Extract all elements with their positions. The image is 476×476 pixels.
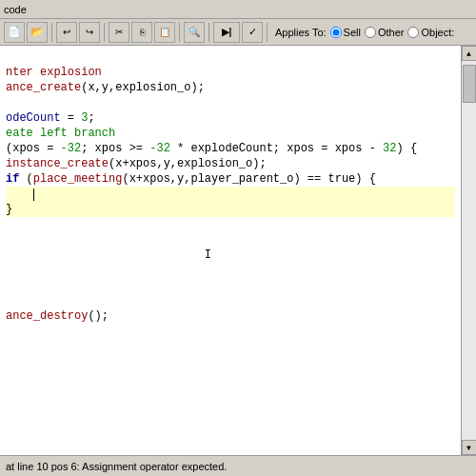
separator-2 [104,23,105,42]
applies-to-object-text: Object: [421,27,454,38]
undo-icon: ↩ [63,27,70,37]
code-line [6,278,455,293]
code-line: } [6,202,455,217]
code-line: if (place_meeting(x+xpos,y,player_parent… [6,171,455,187]
code-line: instance_create(x+xpos,y,explosion_o); [6,156,455,171]
open-button[interactable]: 📂 [27,22,48,43]
code-line: odeCount = 3; [6,110,455,126]
title-bar: code [0,0,476,19]
code-line [6,263,455,278]
status-bar: at line 10 pos 6: Assignment operator ex… [0,455,476,476]
code-line: ance_destroy(); [6,308,455,324]
redo-icon: ↪ [86,27,93,37]
separator-4 [208,23,209,42]
applies-to-other-label[interactable]: Other [365,27,405,38]
scroll-thumb[interactable] [463,65,476,103]
title-text: code [4,4,27,15]
code-line [6,369,455,385]
code-line: nter explosion [6,65,455,80]
code-line [6,293,455,308]
code-line [6,95,455,110]
scroll-down-arrow[interactable]: ▼ [462,440,477,455]
new-button[interactable]: 📄 [4,22,25,43]
paste-icon: 📋 [159,27,170,37]
cut-button[interactable]: ✂ [109,22,129,43]
code-line [6,324,455,339]
separator-1 [51,23,52,42]
separator-5 [267,23,268,42]
code-line: eate left branch [6,126,455,141]
code-editor[interactable]: nter explosion ance_create(x,y,explosion… [0,46,461,455]
applies-to-section: Applies To: Sell Other Object: [275,27,454,38]
code-line [6,339,455,354]
redo-button[interactable]: ↪ [79,22,100,43]
separator-3 [179,23,180,42]
applies-to-label: Applies To: [275,27,327,38]
code-line [6,354,455,369]
code-line: (xpos = -32; xpos >= -32 * explodeCount;… [6,141,455,156]
status-message: at line 10 pos 6: Assignment operator ex… [6,461,227,472]
code-line [6,232,455,248]
applies-to-sell-radio[interactable] [330,27,342,38]
scroll-up-arrow[interactable]: ▲ [462,46,477,61]
find-icon: 🔍 [188,27,200,37]
code-line: ance_create(x,y,explosion_o); [6,80,455,95]
code-line [6,385,455,400]
paste-button[interactable]: 📋 [154,22,175,43]
code-line [6,217,455,232]
find-button[interactable]: 🔍 [184,22,205,43]
applies-to-object-label[interactable]: Object: [407,27,454,38]
vertical-scrollbar[interactable]: ▲ ▼ [461,46,476,455]
applies-to-object-radio[interactable] [407,27,419,38]
code-line [6,187,455,202]
cut-icon: ✂ [115,27,123,37]
copy-icon: ⎘ [140,28,145,37]
editor-container: nter explosion ance_create(x,y,explosion… [0,46,476,455]
applies-to-sell-label[interactable]: Sell [330,27,361,38]
toolbar: 📄 📂 ↩ ↪ ✂ ⎘ 📋 🔍 ▶| ✓ Applies To: Sell [0,19,476,46]
code-line: I [6,248,455,263]
applies-to-other-radio[interactable] [365,27,376,38]
open-icon: 📂 [30,26,44,38]
copy-button[interactable]: ⎘ [131,22,152,43]
applies-to-other-text: Other [378,27,405,38]
run-button[interactable]: ▶| [213,22,240,43]
new-icon: 📄 [8,26,21,38]
undo-button[interactable]: ↩ [56,22,77,43]
scroll-track[interactable] [462,61,477,440]
check-button[interactable]: ✓ [242,22,263,43]
code-line [6,50,455,65]
applies-to-sell-text: Sell [344,27,361,38]
run-icon: ▶| [222,27,232,37]
check-icon: ✓ [248,26,257,38]
